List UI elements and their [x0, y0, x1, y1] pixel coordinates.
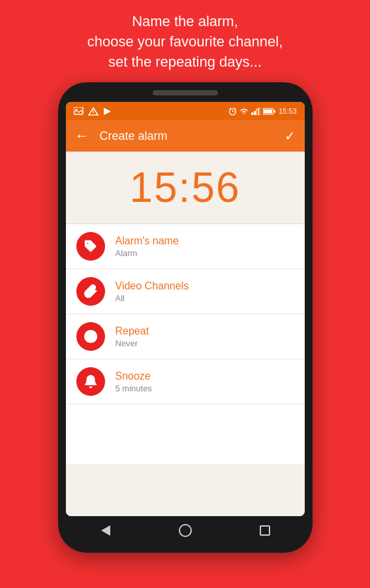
repeat-title: Repeat — [116, 325, 149, 337]
phone-device: 15:53 ← Create alarm ✓ 15:56 — [58, 82, 313, 553]
header-section: Name the alarm, choose your favourite ch… — [48, 0, 322, 82]
status-time: 15:53 — [279, 107, 297, 115]
image-icon — [74, 107, 84, 116]
phone-screen: 15:53 ← Create alarm ✓ 15:56 — [66, 102, 305, 516]
wifi-icon — [239, 108, 249, 115]
alarm-name-text: Alarm's name Alarm — [116, 235, 179, 258]
snooze-item[interactable]: z z Snooze 5 minutes — [66, 359, 305, 404]
alarm-name-icon-circle — [76, 232, 105, 261]
nav-back-icon — [101, 525, 110, 536]
status-bar: 15:53 — [66, 102, 305, 120]
alarm-name-item[interactable]: Alarm's name Alarm — [66, 224, 305, 269]
phone-speaker — [153, 90, 218, 95]
svg-rect-11 — [254, 111, 256, 115]
time-display: 15:56 — [66, 152, 305, 223]
signal-icon — [251, 108, 260, 115]
confirm-button[interactable]: ✓ — [285, 128, 296, 144]
nav-home-button[interactable] — [172, 517, 198, 544]
snooze-icon-circle: z z — [76, 367, 105, 396]
play-icon — [102, 107, 112, 116]
alarm-name-subtitle: Alarm — [116, 248, 179, 258]
snooze-subtitle: 5 minutes — [116, 384, 152, 393]
bottom-space — [66, 464, 305, 516]
video-channels-title: Video Channels — [116, 280, 189, 292]
status-right: 15:53 — [228, 107, 297, 116]
repeat-item[interactable]: Repeat Never — [66, 314, 305, 359]
alarm-name-title: Alarm's name — [116, 235, 179, 247]
header-text: Name the alarm, choose your favourite ch… — [48, 0, 322, 82]
svg-rect-15 — [264, 109, 272, 113]
nav-icon — [88, 107, 99, 116]
nav-recents-button[interactable] — [252, 517, 278, 544]
app-bar: ← Create alarm ✓ — [66, 120, 305, 152]
snooze-text: Snooze 5 minutes — [116, 370, 152, 393]
snooze-title: Snooze — [116, 370, 152, 382]
tag-icon — [84, 239, 98, 253]
settings-list: Alarm's name Alarm Video Channels All — [66, 224, 305, 464]
alarm-time[interactable]: 15:56 — [129, 163, 240, 212]
svg-rect-13 — [258, 108, 260, 115]
repeat-icon-circle — [76, 322, 105, 351]
bell-icon: z z — [84, 374, 98, 389]
video-channels-item[interactable]: Video Channels All — [66, 269, 305, 314]
battery-icon — [263, 108, 276, 115]
nav-recents-icon — [260, 525, 270, 536]
status-icons-left — [74, 107, 112, 116]
video-channels-icon-circle — [76, 277, 105, 306]
repeat-text: Repeat Never — [116, 325, 149, 348]
nav-back-button[interactable] — [93, 517, 119, 544]
repeat-subtitle: Never — [116, 338, 149, 348]
video-channels-text: Video Channels All — [116, 280, 189, 303]
video-channels-subtitle: All — [116, 293, 189, 303]
svg-rect-10 — [251, 112, 253, 115]
back-button[interactable]: ← — [75, 127, 89, 144]
nav-home-icon — [179, 524, 192, 537]
svg-rect-16 — [273, 110, 275, 112]
alarm-icon — [228, 107, 237, 116]
navigation-bar — [66, 516, 305, 545]
svg-marker-4 — [104, 108, 111, 115]
app-bar-title: Create alarm — [100, 129, 285, 143]
clock-icon — [84, 329, 98, 344]
clip-icon — [84, 284, 98, 299]
